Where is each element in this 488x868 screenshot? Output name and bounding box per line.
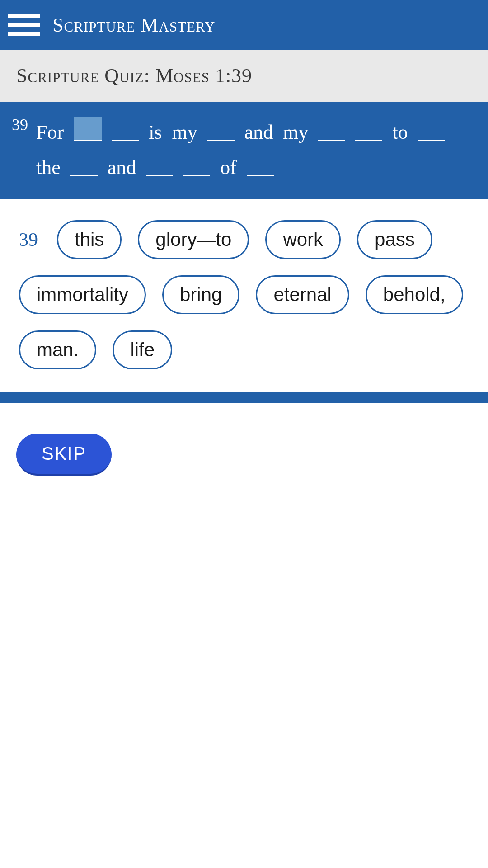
app-title: Scripture Mastery <box>52 14 215 37</box>
verse-text: Forismyandmytotheandof <box>36 115 476 181</box>
choice-chip[interactable]: work <box>265 220 341 259</box>
verse-blank[interactable] <box>146 156 173 176</box>
verse-word: my <box>172 118 197 146</box>
verse-blank-active[interactable] <box>74 117 102 141</box>
verse-panel: 39 Forismyandmytotheandof <box>0 102 488 199</box>
verse-blank[interactable] <box>183 156 210 176</box>
quiz-title: Scripture Quiz: Moses 1:39 <box>16 64 252 87</box>
verse-word: my <box>283 118 308 146</box>
choice-chip[interactable]: pass <box>357 220 432 259</box>
verse-number: 39 <box>12 115 28 135</box>
choice-chip[interactable]: glory—to <box>138 220 249 259</box>
verse-word: is <box>149 118 162 146</box>
app-header: Scripture Mastery <box>0 0 488 50</box>
verse-word: and <box>108 154 136 182</box>
verse-blank[interactable] <box>355 121 382 141</box>
choice-chip[interactable]: eternal <box>256 275 349 314</box>
verse-word: of <box>220 154 237 182</box>
verse-blank[interactable] <box>247 156 274 176</box>
verse-blank[interactable] <box>112 121 139 141</box>
choice-verse-number: 39 <box>19 229 38 250</box>
verse-word: For <box>36 118 64 146</box>
divider <box>0 392 488 403</box>
choices-panel: 39thisglory—toworkpassimmortalitybringet… <box>0 199 488 392</box>
choice-chip[interactable]: immortality <box>19 275 146 314</box>
menu-icon[interactable] <box>8 14 40 36</box>
verse-blank[interactable] <box>70 156 98 176</box>
choice-chip[interactable]: life <box>113 330 172 369</box>
choice-chip[interactable]: behold, <box>366 275 463 314</box>
skip-button[interactable]: SKIP <box>16 434 112 476</box>
verse-blank[interactable] <box>418 121 445 141</box>
choice-chip[interactable]: this <box>57 220 122 259</box>
verse-word: and <box>244 118 273 146</box>
verse-word: to <box>392 118 408 146</box>
skip-panel: SKIP <box>0 403 488 506</box>
choice-chip[interactable]: man. <box>19 330 96 369</box>
verse-blank[interactable] <box>207 121 235 141</box>
verse-word: the <box>36 154 61 182</box>
choice-chip[interactable]: bring <box>162 275 239 314</box>
quiz-subheader: Scripture Quiz: Moses 1:39 <box>0 50 488 102</box>
verse-blank[interactable] <box>318 121 345 141</box>
